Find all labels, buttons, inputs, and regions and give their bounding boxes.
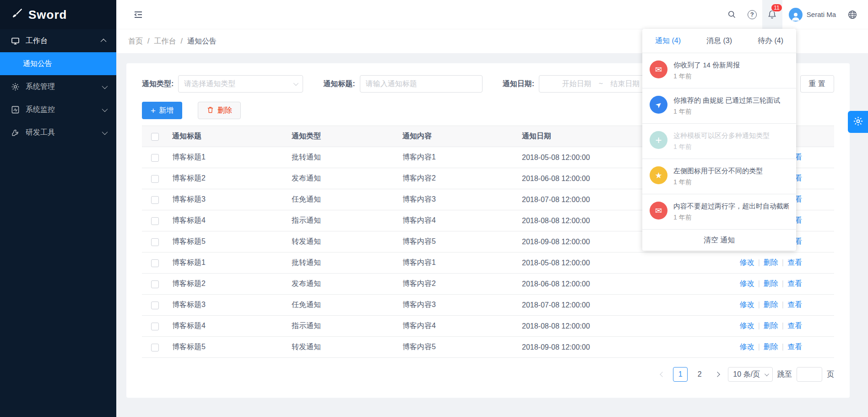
notification-tab-2[interactable]: 待办 (4) <box>745 29 796 53</box>
breadcrumb-item[interactable]: 首页 <box>128 37 143 46</box>
row-actions: 修改|删除|查看 <box>715 295 834 316</box>
table-cell: 博客内容1 <box>398 252 517 274</box>
row-checkbox[interactable] <box>151 217 159 225</box>
row-checkbox[interactable] <box>151 196 159 204</box>
table-cell: 批转通知 <box>287 252 398 274</box>
table-cell: 博客标题4 <box>168 316 287 337</box>
language-globe-icon[interactable] <box>842 0 863 29</box>
row-checkbox[interactable] <box>151 259 159 267</box>
row-action-view[interactable]: 查看 <box>787 280 802 287</box>
date-end-placeholder: 结束日期 <box>610 79 640 89</box>
row-action-view[interactable]: 查看 <box>787 322 802 329</box>
table-cell: 博客标题2 <box>168 168 287 189</box>
row-checkbox[interactable] <box>151 175 159 183</box>
sidebar-item-workbench[interactable]: 工作台 <box>0 29 116 52</box>
jump-page-input[interactable] <box>797 367 822 382</box>
logo[interactable]: Sword <box>0 0 116 29</box>
reset-button[interactable]: 重 置 <box>800 75 834 93</box>
row-action-delete[interactable]: 删除 <box>764 280 778 287</box>
monitor-icon <box>10 104 20 115</box>
table-cell: 博客内容4 <box>398 210 517 231</box>
row-checkbox[interactable] <box>151 302 159 309</box>
action-separator: | <box>782 343 784 351</box>
avatar <box>789 8 803 22</box>
table-cell: 批转通知 <box>287 147 398 168</box>
page-number-1[interactable]: 1 <box>673 367 688 382</box>
breadcrumb-item[interactable]: 工作台 <box>154 37 176 46</box>
next-page-button[interactable] <box>711 367 723 382</box>
notification-tab-1[interactable]: 消息 (3) <box>694 29 745 53</box>
send-icon: ➤ <box>650 96 667 114</box>
notice-type-select[interactable]: 请选择通知类型 <box>178 75 303 93</box>
row-action-view[interactable]: 查看 <box>787 301 802 308</box>
row-action-delete[interactable]: 删除 <box>764 322 778 329</box>
notification-item[interactable]: ✉内容不要超过两行字，超出时自动截断1 年前 <box>642 194 796 230</box>
sidebar-item-dev-tools[interactable]: 研发工具 <box>0 121 116 144</box>
row-checkbox[interactable] <box>151 238 159 246</box>
table-cell: 博客标题3 <box>168 189 287 210</box>
row-checkbox[interactable] <box>151 344 159 351</box>
user-menu[interactable]: Serati Ma <box>782 0 842 29</box>
notification-text: 左侧图标用于区分不同的类型 <box>673 166 763 175</box>
row-action-edit[interactable]: 修改 <box>740 280 754 287</box>
prev-page-button[interactable] <box>656 367 668 382</box>
star-icon: ★ <box>650 166 667 184</box>
help-icon[interactable]: ? <box>742 0 762 29</box>
sidebar-item-system-monitor[interactable]: 系统监控 <box>0 98 116 121</box>
row-select-cell <box>142 274 168 295</box>
settings-fab-button[interactable] <box>848 111 868 133</box>
row-action-delete[interactable]: 删除 <box>764 301 778 308</box>
chevron-down-icon <box>293 81 298 86</box>
date-start-placeholder: 开始日期 <box>562 79 591 89</box>
app-root: Sword 工作台通知公告系统管理系统监控研发工具 ? 11 <box>0 0 868 417</box>
table-cell: 博客标题5 <box>168 231 287 252</box>
notification-item[interactable]: ★左侧图标用于区分不同的类型1 年前 <box>642 159 796 194</box>
row-action-edit[interactable]: 修改 <box>740 258 754 266</box>
notice-title-input[interactable] <box>360 75 483 93</box>
page-unit: 页 <box>827 370 834 379</box>
delete-button[interactable]: 删除 <box>198 102 241 119</box>
row-checkbox[interactable] <box>151 323 159 330</box>
plus-icon: + <box>650 131 667 149</box>
table-cell: 博客内容4 <box>398 316 517 337</box>
sidebar-item-label: 工作台 <box>26 36 48 46</box>
sidebar-subitem-label: 通知公告 <box>23 59 52 69</box>
notifications-button[interactable]: 11 <box>762 0 782 29</box>
table-cell: 博客标题2 <box>168 274 287 295</box>
table-cell: 博客标题4 <box>168 210 287 231</box>
sidebar-subitem-notice-announcement[interactable]: 通知公告 <box>0 52 116 75</box>
topbar-right: ? 11 Serati Ma <box>722 0 863 29</box>
row-action-edit[interactable]: 修改 <box>740 301 754 308</box>
table-cell: 指示通知 <box>287 316 398 337</box>
sidebar-item-label: 系统监控 <box>26 105 55 115</box>
table-row: 博客标题1批转通知博客内容12018-05-08 12:00:00修改|删除|查… <box>142 252 834 274</box>
row-action-delete[interactable]: 删除 <box>764 258 778 266</box>
table-cell: 博客内容3 <box>398 189 517 210</box>
notification-item[interactable]: +这种模板可以区分多种通知类型1 年前 <box>642 124 796 159</box>
page-numbers: 12 <box>673 367 707 382</box>
add-button[interactable]: + 新增 <box>142 102 182 119</box>
menu-fold-icon[interactable] <box>128 0 148 29</box>
search-icon[interactable] <box>722 0 742 29</box>
clear-notifications-button[interactable]: 清空 通知 <box>642 230 796 251</box>
row-action-view[interactable]: 查看 <box>787 258 802 266</box>
row-action-delete[interactable]: 删除 <box>764 343 778 351</box>
page-number-2[interactable]: 2 <box>692 367 707 382</box>
notification-time: 1 年前 <box>673 214 789 222</box>
table-cell: 转发通知 <box>287 337 398 358</box>
row-action-view[interactable]: 查看 <box>787 343 802 351</box>
mail-icon: ✉ <box>650 60 667 78</box>
notification-item[interactable]: ✉你收到了 14 份新周报1 年前 <box>642 53 796 88</box>
row-action-edit[interactable]: 修改 <box>740 322 754 329</box>
sidebar-item-system-manage[interactable]: 系统管理 <box>0 75 116 98</box>
row-checkbox[interactable] <box>151 154 159 162</box>
row-action-edit[interactable]: 修改 <box>740 343 754 351</box>
table-cell: 2018-09-08 12:00:00 <box>517 337 715 358</box>
row-checkbox[interactable] <box>151 280 159 288</box>
topbar: ? 11 Serati Ma <box>116 0 868 29</box>
page-size-select[interactable]: 10 条/页 <box>728 367 773 382</box>
notification-tab-0[interactable]: 通知 (4) <box>642 29 694 53</box>
notification-item[interactable]: ➤你推荐的 曲妮妮 已通过第三轮面试1 年前 <box>642 88 796 124</box>
row-select-cell <box>142 337 168 358</box>
select-all-checkbox[interactable] <box>151 133 159 141</box>
